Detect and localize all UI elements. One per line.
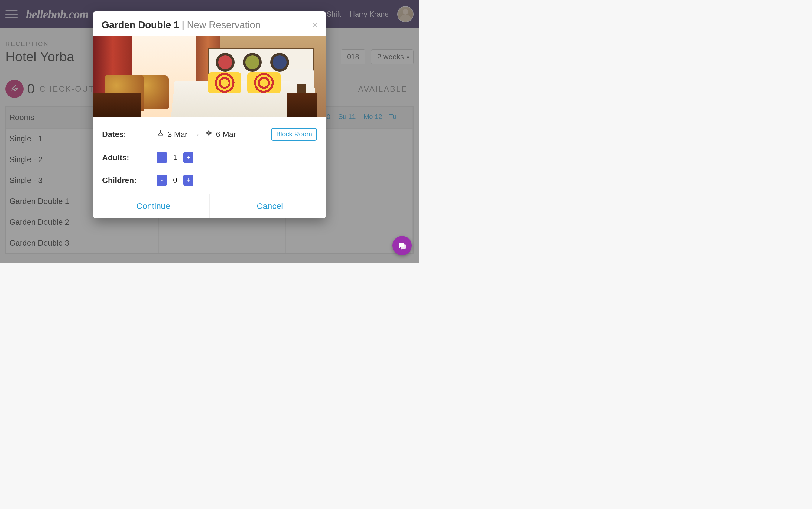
children-value: 0	[167, 176, 183, 184]
children-plus-button[interactable]: +	[183, 174, 193, 186]
checkout-date: 6 Mar	[216, 130, 236, 139]
bell-icon	[156, 130, 165, 139]
children-stepper: - 0 +	[156, 174, 193, 186]
arrow-right-icon: →	[192, 130, 200, 139]
plane-icon	[205, 130, 213, 139]
children-minus-button[interactable]: -	[156, 174, 167, 186]
modal-subtitle: New Reservation	[187, 19, 260, 30]
dates-label: Dates:	[102, 130, 156, 139]
close-icon[interactable]: ×	[313, 20, 317, 30]
children-label: Children:	[102, 176, 156, 185]
adults-plus-button[interactable]: +	[183, 152, 193, 163]
adults-label: Adults:	[102, 153, 156, 162]
block-room-button[interactable]: Block Room	[271, 128, 317, 141]
chat-fab[interactable]	[392, 236, 412, 255]
modal-title: Garden Double 1 | New Reservation	[102, 19, 260, 31]
continue-button[interactable]: Continue	[93, 194, 210, 218]
cancel-label: Cancel	[257, 201, 283, 211]
room-image	[93, 36, 326, 117]
svg-point-0	[160, 130, 161, 131]
adults-stepper: - 1 +	[156, 152, 193, 163]
adults-value: 1	[167, 153, 183, 162]
new-reservation-modal: Garden Double 1 | New Reservation × Date…	[93, 11, 326, 218]
adults-minus-button[interactable]: -	[156, 152, 167, 163]
continue-label: Continue	[136, 201, 170, 211]
checkin-date: 3 Mar	[168, 130, 187, 139]
modal-room-name: Garden Double 1	[102, 19, 179, 30]
cancel-button[interactable]: Cancel	[210, 194, 326, 218]
